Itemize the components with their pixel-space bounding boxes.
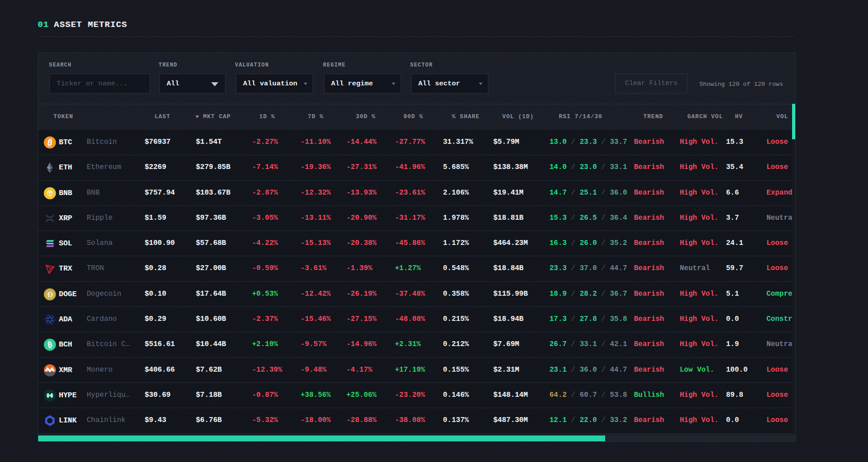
svg-text:D: D xyxy=(48,290,53,299)
